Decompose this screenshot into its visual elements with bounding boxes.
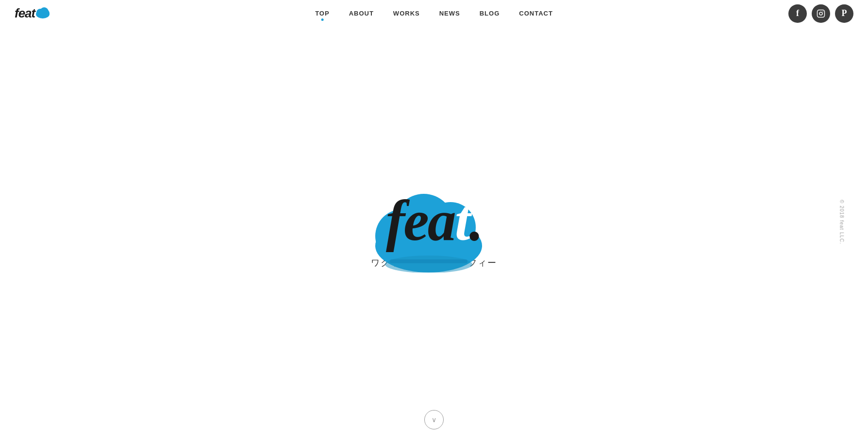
- scroll-down-button[interactable]: ∨: [424, 410, 444, 429]
- svg-point-6: [822, 11, 823, 12]
- nav-active-dot: [321, 18, 323, 21]
- hero-section: feat. ワクワクをカタチに、フィー: [0, 0, 868, 444]
- svg-rect-4: [818, 10, 825, 17]
- hero-period: .: [469, 189, 482, 253]
- header: feat TOP ABOUT WORKS NEWS BLOG CONTACT: [0, 0, 868, 27]
- hero-letter-f: f: [386, 189, 403, 253]
- copyright: © 2018 feat LLC.: [839, 200, 845, 244]
- svg-point-5: [819, 12, 822, 15]
- nav-top[interactable]: TOP: [315, 10, 330, 17]
- pinterest-icon[interactable]: P: [835, 4, 853, 23]
- hero-letter-e: e: [403, 189, 427, 253]
- nav-contact[interactable]: CONTACT: [519, 10, 553, 17]
- hero-letter-t: t: [455, 189, 469, 253]
- nav-works[interactable]: WORKS: [393, 10, 420, 17]
- main-nav: TOP ABOUT WORKS NEWS BLOG CONTACT: [315, 10, 553, 17]
- hero-letter-a: a: [428, 189, 455, 253]
- instagram-icon[interactable]: [812, 4, 830, 23]
- hero-feat-text: feat.: [386, 192, 482, 250]
- logo-cloud-icon: [35, 7, 50, 18]
- facebook-icon[interactable]: f: [788, 4, 807, 23]
- svg-rect-12: [390, 259, 467, 263]
- hero-logo: feat. ワクワクをカタチに、フィー: [371, 192, 497, 269]
- social-icons: f P: [788, 4, 853, 23]
- chevron-down-icon: ∨: [432, 416, 436, 424]
- nav-blog[interactable]: BLOG: [480, 10, 500, 17]
- hero-logo-wrapper: feat.: [386, 192, 482, 250]
- nav-about[interactable]: ABOUT: [349, 10, 374, 17]
- logo[interactable]: feat: [15, 6, 50, 21]
- svg-point-11: [385, 256, 472, 273]
- svg-point-3: [43, 10, 50, 17]
- nav-news[interactable]: NEWS: [439, 10, 460, 17]
- logo-text: feat: [15, 6, 35, 21]
